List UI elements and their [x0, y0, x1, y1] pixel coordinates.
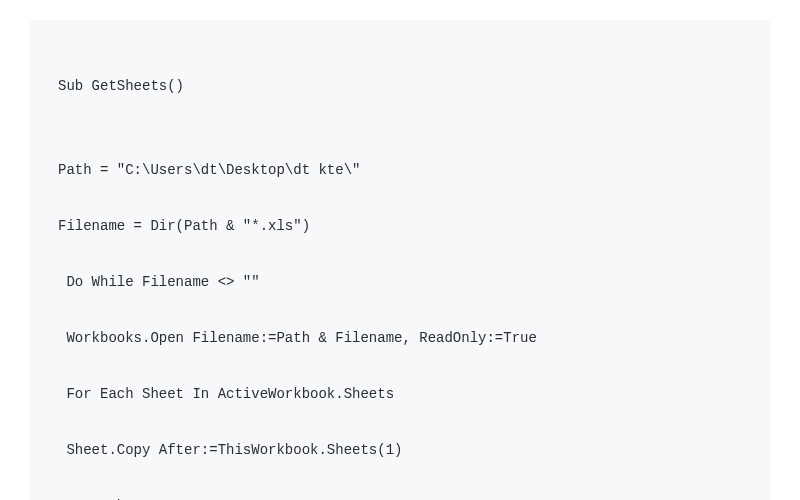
code-line: Path = "C:\Users\dt\Desktop\dt kte\"	[58, 156, 742, 184]
code-block: Sub GetSheets() Path = "C:\Users\dt\Desk…	[30, 20, 770, 500]
code-line: Do While Filename <> ""	[58, 268, 742, 296]
code-line: For Each Sheet In ActiveWorkbook.Sheets	[58, 380, 742, 408]
code-line: Workbooks.Open Filename:=Path & Filename…	[58, 324, 742, 352]
code-line: Sheet.Copy After:=ThisWorkbook.Sheets(1)	[58, 436, 742, 464]
code-line: Sub GetSheets()	[58, 72, 742, 100]
code-line: Filename = Dir(Path & "*.xls")	[58, 212, 742, 240]
code-line: Next Sheet	[58, 492, 742, 500]
